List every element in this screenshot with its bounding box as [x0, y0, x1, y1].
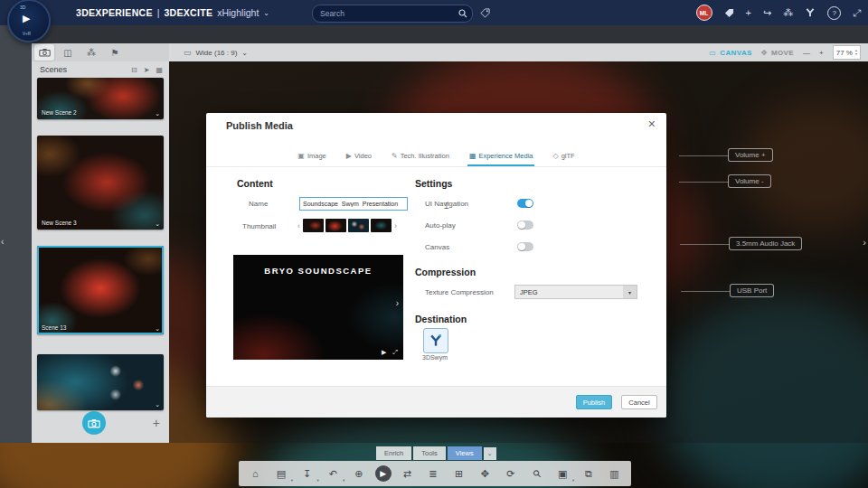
name-input[interactable]: [299, 197, 408, 211]
thumbnail-option[interactable]: [371, 219, 392, 232]
scene-thumbnail-selected[interactable]: Scene 13 ⌄: [37, 246, 164, 334]
save-icon[interactable]: ▤▾: [271, 464, 291, 483]
undo-glyph: ↶: [329, 468, 337, 480]
texture-compression-select[interactable]: JPEG ▾: [514, 285, 637, 299]
publish-format-tabs: ▣Image ▶Video ✎Tech. Illustration ▦Exper…: [206, 145, 666, 167]
zoom-out-button[interactable]: —: [803, 49, 810, 57]
scene-expand-chevron-icon[interactable]: ⌄: [155, 110, 160, 117]
thumbnail-option[interactable]: [303, 219, 324, 232]
add-scene-button[interactable]: +: [153, 416, 160, 430]
tab-experience-media[interactable]: ▦Experience Media: [467, 145, 535, 166]
scene-thumbnail[interactable]: New Scene 2 ⌄: [37, 78, 164, 119]
filter-icon[interactable]: ⊟: [131, 66, 137, 74]
tab-image[interactable]: ▣Image: [296, 145, 327, 166]
home-icon[interactable]: ⌂: [245, 464, 265, 483]
compare-icon[interactable]: ⇄: [397, 464, 417, 483]
experience-preview[interactable]: BRYO SOUNDSCAPE › ▶ ⤢: [233, 253, 403, 360]
cancel-button[interactable]: Cancel: [621, 395, 657, 409]
fit-view-caret-icon[interactable]: ▾: [572, 478, 574, 483]
canvas-button[interactable]: ▭ CANVAS: [709, 49, 752, 57]
help-icon[interactable]: ?: [827, 6, 841, 20]
tab-enrich[interactable]: Enrich: [376, 446, 411, 460]
scene-thumbnail[interactable]: ⌄: [37, 354, 164, 410]
app-switcher-caret-icon[interactable]: ⌄: [263, 9, 269, 17]
tech-illustration-icon: ✎: [392, 152, 398, 160]
search-icon[interactable]: [456, 6, 470, 21]
tabs-collapse-chevron-icon[interactable]: ⌄: [484, 447, 496, 460]
tab-views[interactable]: Views: [448, 446, 482, 460]
camera-tab-icon[interactable]: [34, 44, 54, 61]
canvas-toggle[interactable]: [517, 242, 533, 251]
swym-icon[interactable]: [805, 7, 816, 18]
auto-play-label: Auto-play: [425, 221, 456, 230]
flag-tab-icon[interactable]: ⚑: [105, 44, 125, 61]
undo-caret-icon[interactable]: ▾: [343, 478, 344, 483]
grid-view-icon[interactable]: ▦: [156, 66, 163, 74]
save-caret-icon[interactable]: ▾: [291, 478, 293, 483]
sliders-icon[interactable]: ≣: [423, 464, 443, 483]
top-app-bar: 3DEXPERIENCE | 3DEXCITE xHighlight ⌄ ML …: [0, 0, 868, 25]
tab-tools[interactable]: Tools: [413, 446, 446, 460]
slideshow-icon[interactable]: ⧉: [579, 464, 599, 483]
zoom-in-button[interactable]: +: [819, 49, 824, 57]
tab-gltf[interactable]: ◇glTF: [551, 145, 576, 166]
canvas-frame-icon: ▭: [709, 49, 716, 57]
right-panel-chevron-icon[interactable]: ›: [863, 237, 866, 248]
magnify-icon[interactable]: ⚲: [527, 464, 547, 483]
pointer-icon[interactable]: ➤: [144, 66, 150, 74]
fit-view-icon[interactable]: ▣▾: [552, 464, 572, 483]
import-caret-icon[interactable]: ▾: [316, 478, 318, 483]
user-avatar[interactable]: ML: [696, 5, 712, 21]
tab-tech-illustration[interactable]: ✎Tech. Illustration: [390, 145, 451, 166]
notifications-tag-icon[interactable]: [724, 8, 734, 18]
3ds-compass-logo[interactable]: 3D ▶ V+R: [7, 0, 51, 42]
undo-icon[interactable]: ↶▾: [323, 464, 343, 483]
close-icon[interactable]: ×: [648, 117, 656, 131]
import-icon[interactable]: ↧▾: [297, 464, 317, 483]
preview-next-chevron-icon[interactable]: ›: [396, 298, 399, 308]
share-icon[interactable]: ⁂: [783, 8, 793, 18]
carousel-prev-icon[interactable]: ‹: [297, 221, 301, 230]
pan-icon[interactable]: ✥: [475, 464, 495, 483]
preview-play-icon[interactable]: ▶: [382, 349, 386, 356]
thumbnail-option[interactable]: [326, 219, 346, 232]
tab-video[interactable]: ▶Video: [344, 145, 373, 166]
app-name: xHighlight: [217, 7, 259, 18]
play-icon[interactable]: ▶: [375, 465, 392, 482]
thumbnail-option[interactable]: [348, 219, 369, 232]
orbit-icon[interactable]: ⟳: [501, 464, 521, 483]
scene-label: New Scene 3: [42, 220, 77, 226]
share-tab-icon[interactable]: ⁂: [81, 44, 101, 61]
auto-play-toggle[interactable]: [517, 221, 533, 230]
panels-icon[interactable]: ▥: [605, 464, 625, 483]
capture-scene-button[interactable]: [82, 411, 106, 435]
forward-icon[interactable]: ↪: [763, 8, 771, 18]
search-input[interactable]: [313, 9, 456, 18]
render-icon[interactable]: ⊕: [349, 464, 369, 483]
move-button[interactable]: ✥ MOVE: [761, 49, 794, 57]
cube-tab-icon[interactable]: ◫: [58, 44, 78, 61]
publish-button[interactable]: Publish: [576, 395, 612, 409]
destination-3dswym-tile[interactable]: [423, 328, 448, 353]
zoom-spin-down-icon[interactable]: ▾: [855, 52, 857, 56]
brand-3dexcite: 3DEXCITE: [164, 7, 212, 18]
scene-thumbnail[interactable]: New Scene 3 ⌄: [37, 136, 164, 230]
add-icon[interactable]: +: [746, 8, 751, 18]
scenes-title: Scenes: [40, 65, 131, 74]
zoom-level-value: 77 %: [836, 49, 853, 57]
zoom-level-field[interactable]: 77 % ▴ ▾: [833, 45, 861, 60]
expand-icon[interactable]: ⤢: [853, 8, 861, 18]
content-heading: Content: [237, 178, 273, 189]
zoom-spinner[interactable]: ▴ ▾: [855, 49, 857, 56]
ui-navigation-toggle[interactable]: [517, 199, 533, 208]
panel-collapse-chevron-icon[interactable]: ‹: [1, 237, 4, 247]
left-tool-strip: ‹: [0, 25, 32, 443]
tag-icon[interactable]: [477, 5, 492, 20]
scene-expand-chevron-icon[interactable]: ⌄: [155, 325, 160, 333]
scene-expand-chevron-icon[interactable]: ⌄: [155, 221, 160, 228]
preview-fullscreen-icon[interactable]: ⤢: [392, 349, 398, 356]
aspect-ratio-selector[interactable]: ▭ Wide (16 : 9) ⌄: [184, 48, 248, 57]
zoom-region-icon[interactable]: ⊞: [449, 464, 469, 483]
preview-title: BRYO SOUNDSCAPE: [233, 266, 403, 276]
carousel-next-icon[interactable]: ›: [393, 221, 398, 230]
